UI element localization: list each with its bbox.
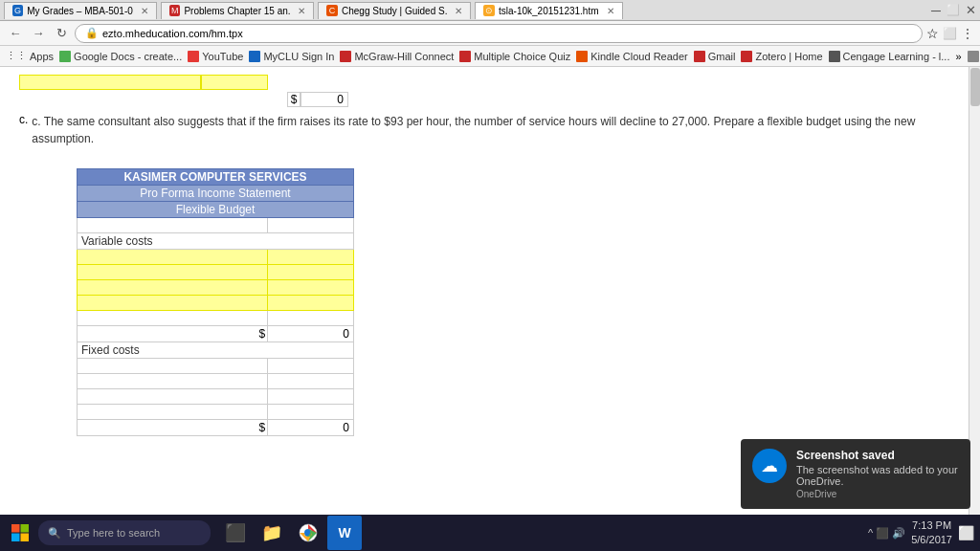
notification-icon[interactable]: ⬜	[958, 525, 974, 540]
variable-cell-2b[interactable]	[268, 265, 354, 280]
top-input-2[interactable]	[201, 75, 268, 90]
taskbar-chrome[interactable]	[291, 516, 325, 550]
time-block: 7:13 PM 5/6/2017	[911, 518, 952, 548]
toast-title: Screenshot saved	[796, 449, 959, 462]
taskbar-cortana[interactable]: ⬛	[218, 516, 253, 550]
table-sub2-row: Flexible Budget	[78, 202, 354, 218]
variable-cell-1a[interactable]	[78, 250, 268, 265]
fixed-cell-1b[interactable]	[268, 359, 354, 374]
variable-costs-label-row: Variable costs	[78, 233, 354, 250]
toast-source: OneDrive	[796, 489, 959, 499]
ext-icon[interactable]: ⬜	[943, 27, 957, 40]
top-input-row-1	[19, 75, 961, 90]
svg-rect-3	[21, 534, 30, 542]
scrollbar-thumb[interactable]	[970, 68, 980, 106]
top-dollar-value[interactable]: 0	[301, 92, 348, 107]
top-input-1[interactable]	[19, 75, 201, 90]
fixed-total-value[interactable]: 0	[268, 420, 354, 436]
fixed-cell-4a[interactable]	[78, 405, 268, 420]
close-btn[interactable]: ✕	[966, 3, 976, 17]
fixed-cell-2a[interactable]	[78, 374, 268, 389]
taskbar-search-box[interactable]: 🔍 Type here to search	[38, 520, 211, 545]
fixed-costs-label-row: Fixed costs	[78, 342, 354, 359]
top-inputs: $ 0	[19, 75, 961, 107]
clock-date: 5/6/2017	[911, 533, 952, 547]
taskbar-files[interactable]: 📁	[255, 516, 289, 550]
bookmark-cengage[interactable]: Cengage Learning - l...	[829, 51, 950, 62]
tab-tsla[interactable]: ⊙ tsla-10k_20151231.htm ✕	[475, 2, 623, 19]
start-button[interactable]	[6, 518, 34, 547]
variable-cell-5a[interactable]	[78, 311, 268, 326]
title-bar: G My Grades – MBA-501-0... ✕ M Problems …	[0, 0, 980, 21]
taskbar: 🔍 Type here to search ⬛ 📁 W ^ ⬛ 🔊 7:13 P…	[0, 515, 980, 551]
variable-cell-4a[interactable]	[78, 296, 268, 311]
section-c-text: c. The same consultant also suggests tha…	[32, 113, 961, 147]
taskbar-word[interactable]: W	[327, 516, 362, 550]
table-sub2: Flexible Budget	[78, 202, 354, 218]
bookmark-myclu[interactable]: MyCLU Sign In	[249, 51, 334, 62]
bookmark-kindle[interactable]: Kindle Cloud Reader	[576, 51, 688, 62]
variable-row-1[interactable]	[78, 250, 354, 265]
maximize-btn[interactable]: ⬜	[947, 4, 960, 16]
url-text: ezto.mheducation.com/hm.tpx	[102, 28, 243, 39]
bookmark-gmail[interactable]: Gmail	[694, 51, 736, 62]
variable-cell-5b[interactable]	[268, 311, 354, 326]
top-dollar-row: $ 0	[19, 92, 961, 107]
bookmark-apps[interactable]: ⋮⋮ Apps	[6, 50, 54, 62]
forward-button[interactable]: →	[29, 24, 48, 43]
more-bookmarks-icon[interactable]: »	[955, 51, 961, 62]
bookmark-other[interactable]: Other bookmarks	[968, 51, 980, 62]
variable-cell-3b[interactable]	[268, 280, 354, 296]
bookmark-google-docs[interactable]: Google Docs - create...	[59, 51, 182, 62]
windows-logo-icon	[11, 523, 30, 542]
variable-cell-3a[interactable]	[78, 280, 268, 296]
back-button[interactable]: ←	[6, 24, 25, 43]
bookmark-mcgraw[interactable]: McGraw-Hill Connect	[340, 51, 454, 62]
onedrive-icon: ☁	[761, 455, 778, 476]
table-header-row: KASIMER COMPUTER SERVICES	[78, 169, 354, 186]
address-bar[interactable]: 🔒 ezto.mheducation.com/hm.tpx	[75, 24, 923, 43]
fixed-dollar-sign: $	[78, 420, 268, 436]
refresh-button[interactable]: ↻	[52, 24, 71, 43]
variable-cell-1b[interactable]	[268, 250, 354, 265]
lock-icon: 🔒	[85, 27, 99, 39]
menu-icon[interactable]: ⋮	[961, 26, 974, 41]
star-icon[interactable]: ☆	[926, 26, 939, 41]
fixed-cell-1a[interactable]	[78, 359, 268, 374]
tab-my-grades[interactable]: G My Grades – MBA-501-0... ✕	[4, 2, 157, 19]
fixed-row-2	[78, 374, 354, 389]
top-dollar-sign: $	[287, 92, 301, 107]
variable-row-3[interactable]	[78, 280, 354, 296]
variable-row-2[interactable]	[78, 265, 354, 280]
variable-dollar-sign: $	[78, 326, 268, 342]
fixed-total-row: $ 0	[78, 420, 354, 436]
svg-rect-1	[21, 524, 30, 533]
variable-row-4[interactable]	[78, 296, 354, 311]
fixed-cell-3b[interactable]	[268, 389, 354, 405]
variable-costs-label: Variable costs	[78, 233, 354, 250]
tab-problems[interactable]: M Problems Chapter 15 an... ✕	[161, 2, 314, 19]
search-placeholder: Type here to search	[67, 527, 160, 539]
svg-rect-2	[11, 534, 20, 542]
bookmarks-bar: ⋮⋮ Apps Google Docs - create... YouTube …	[0, 46, 980, 67]
toast-body: The screenshot was added to your OneDriv…	[796, 464, 959, 487]
tab-chegg[interactable]: C Chegg Study | Guided S... ✕	[318, 2, 471, 19]
fixed-cell-4b[interactable]	[268, 405, 354, 420]
section-c-label: c.	[19, 113, 28, 157]
variable-total-value[interactable]: 0	[268, 326, 354, 342]
bookmark-mcq[interactable]: Multiple Choice Quiz	[459, 51, 570, 62]
bookmark-zotero[interactable]: Zotero | Home	[741, 51, 822, 62]
clock-time: 7:13 PM	[911, 518, 952, 533]
variable-cell-4b[interactable]	[268, 296, 354, 311]
fixed-row-3	[78, 389, 354, 405]
minimize-btn[interactable]: ─	[931, 3, 941, 18]
table-spacer-1	[78, 218, 354, 233]
variable-cell-2a[interactable]	[78, 265, 268, 280]
fixed-cell-3a[interactable]	[78, 389, 268, 405]
bookmark-youtube[interactable]: YouTube	[188, 51, 243, 62]
toast-notification: ☁ Screenshot saved The screenshot was ad…	[741, 439, 970, 509]
fixed-costs-label: Fixed costs	[78, 342, 354, 359]
fixed-cell-2b[interactable]	[268, 374, 354, 389]
section-c-container: c. c. The same consultant also suggests …	[19, 113, 961, 157]
toast-content: Screenshot saved The screenshot was adde…	[796, 449, 959, 499]
